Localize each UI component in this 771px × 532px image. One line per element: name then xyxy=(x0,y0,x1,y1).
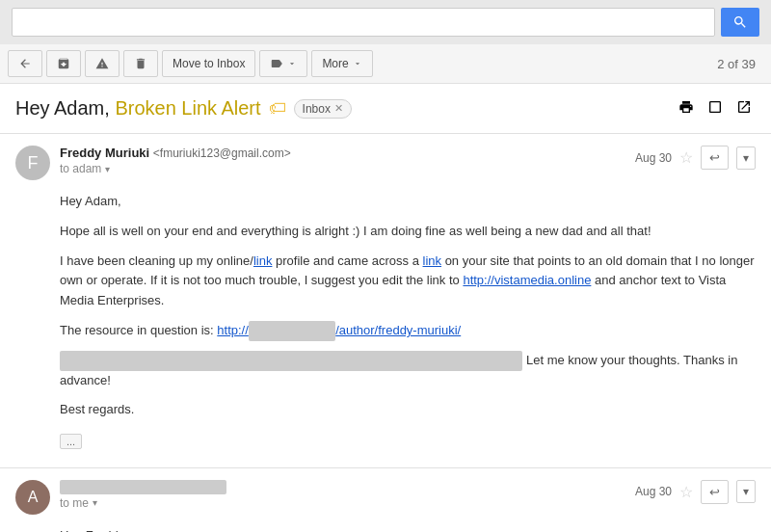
email-header-1: F Freddy Muriuki <fmuriuki123@gmail.com>… xyxy=(15,146,756,180)
external-link-button[interactable] xyxy=(732,95,756,121)
print-icon xyxy=(678,99,694,115)
link-1[interactable]: link xyxy=(253,253,273,268)
subject-actions xyxy=(675,95,756,121)
external-link-icon xyxy=(736,99,752,115)
subject-title: Hey Adam, Broken Link Alert xyxy=(15,97,261,120)
email-container: Hey Adam, Broken Link Alert 🏷 Inbox ✕ F xyxy=(0,84,771,532)
sender-name-2 xyxy=(60,480,226,494)
to-line-1: to adam ▾ xyxy=(60,162,635,175)
sender-name-line-2 xyxy=(60,480,635,494)
to-dropdown-2[interactable]: ▾ xyxy=(93,497,97,508)
attachment-icon: 🏷 xyxy=(269,98,286,119)
more-label: More xyxy=(322,57,348,70)
print-button[interactable] xyxy=(675,95,698,121)
email-body-2: Hey Freddy, Thanks for the heads up, I j… xyxy=(60,526,756,532)
archive-button[interactable] xyxy=(46,50,81,77)
star-button-1[interactable]: ☆ xyxy=(679,148,693,167)
sender-name-line-1: Freddy Muriuki <fmuriuki123@gmail.com> xyxy=(60,146,635,160)
message-2: A to me ▾ Aug 30 xyxy=(0,468,771,532)
message-1: F Freddy Muriuki <fmuriuki123@gmail.com>… xyxy=(0,134,771,468)
search-input[interactable] xyxy=(12,8,715,37)
new-window-button[interactable] xyxy=(704,95,727,121)
report-icon xyxy=(95,57,109,70)
body-greeting-1: Hey Adam, xyxy=(60,192,756,212)
labels-dropdown-icon xyxy=(287,59,297,68)
report-button[interactable] xyxy=(85,50,120,77)
body-greeting-2: Hey Freddy, xyxy=(60,526,756,532)
inbox-label-tag: Inbox ✕ xyxy=(294,99,352,119)
more-button[interactable]: More xyxy=(311,50,372,77)
label-icon xyxy=(270,57,283,70)
back-icon xyxy=(18,57,32,70)
toolbar: Move to Inbox More 2 of 39 xyxy=(0,44,771,84)
search-button[interactable] xyxy=(721,8,759,37)
sender-name-1: Freddy Muriuki xyxy=(60,146,149,160)
body-para-4: Let me know your thoughts. Thanks in adv… xyxy=(60,351,756,391)
search-bar xyxy=(0,0,771,44)
date-1: Aug 30 xyxy=(635,151,672,165)
date-2: Aug 30 xyxy=(635,485,672,498)
labels-button[interactable] xyxy=(259,50,307,77)
sender-email-1: <fmuriuki123@gmail.com> xyxy=(153,146,291,160)
delete-icon xyxy=(134,57,147,70)
resource-link[interactable]: http:// /author/freddy-muriuki/ xyxy=(217,323,461,337)
body-para-2: I have been cleaning up my online/link p… xyxy=(60,252,756,311)
move-to-inbox-button[interactable]: Move to Inbox xyxy=(162,50,255,77)
to-dropdown-1[interactable]: ▾ xyxy=(105,164,110,174)
pagination: 2 of 39 xyxy=(709,57,763,71)
message-more-button-2[interactable]: ▾ xyxy=(736,480,756,503)
vistamedia-link[interactable]: http://vistamedia.online xyxy=(463,273,591,287)
body-para-3: The resource in question is: http:// /au… xyxy=(60,321,756,341)
body-para-1: Hope all is well on your end and everyth… xyxy=(60,222,756,242)
new-window-icon xyxy=(707,99,723,115)
body-regards: Best regards. xyxy=(60,400,756,420)
avatar-2: A xyxy=(15,480,50,515)
archive-icon xyxy=(57,57,70,70)
to-line-2: to me ▾ xyxy=(60,496,635,510)
subject-line: Hey Adam, Broken Link Alert 🏷 Inbox ✕ xyxy=(0,84,771,134)
label-close-button[interactable]: ✕ xyxy=(334,102,343,115)
email-meta-1: Aug 30 ☆ ↩ ▾ xyxy=(635,146,756,170)
email-header-2: A to me ▾ Aug 30 xyxy=(15,480,756,515)
show-more-button-1[interactable]: ... xyxy=(60,434,82,449)
reply-button-2[interactable]: ↩ xyxy=(701,480,729,504)
search-icon xyxy=(732,14,748,30)
avatar-1: F xyxy=(15,146,50,180)
more-dropdown-icon xyxy=(353,59,362,68)
back-button[interactable] xyxy=(8,50,42,77)
sender-info-1: Freddy Muriuki <fmuriuki123@gmail.com> t… xyxy=(60,146,635,175)
delete-button[interactable] xyxy=(123,50,158,77)
email-body-1: Hey Adam, Hope all is well on your end a… xyxy=(60,192,756,452)
reply-button-1[interactable]: ↩ xyxy=(701,146,729,170)
star-button-2[interactable]: ☆ xyxy=(679,483,693,501)
message-more-button-1[interactable]: ▾ xyxy=(736,146,756,170)
link-2[interactable]: link xyxy=(423,253,442,268)
sender-info-2: to me ▾ xyxy=(60,480,635,510)
email-meta-2: Aug 30 ☆ ↩ ▾ xyxy=(635,480,756,504)
